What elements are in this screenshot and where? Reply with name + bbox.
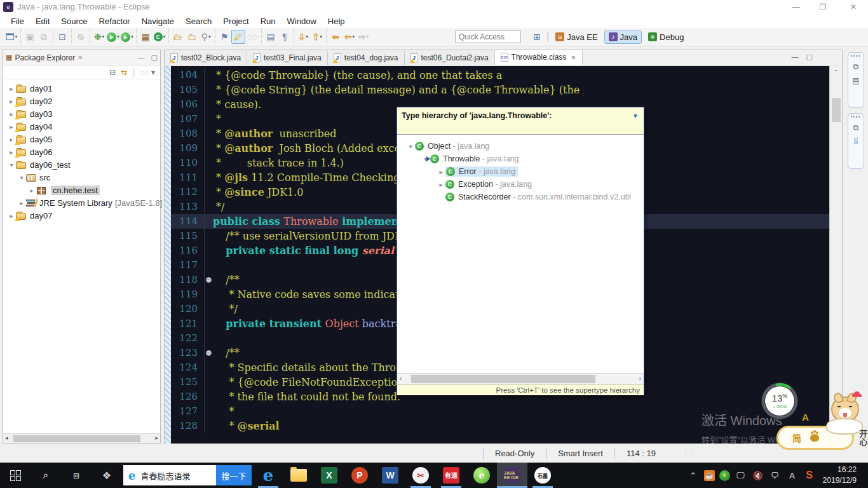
restore-button[interactable]: ❐ <box>812 0 834 14</box>
code-line-127[interactable]: 127 * <box>171 404 831 419</box>
back-button[interactable]: ⇦▾ <box>342 30 356 44</box>
run-button[interactable]: ▶▾ <box>106 30 120 44</box>
edge-taskbar-button[interactable]: e <box>253 463 283 488</box>
run-external-button[interactable]: ▶▾ <box>120 30 134 44</box>
hierarchy-node-object[interactable]: ▾C Object - java.lang <box>397 140 644 152</box>
tab-test06-duotai2-java[interactable]: Jtest06_Duotai2.java <box>405 50 495 65</box>
tab-test03-final-java[interactable]: Jtest03_Final.java <box>247 50 328 65</box>
pinwheel-app-button[interactable]: ❖ <box>92 463 122 488</box>
file-explorer-button[interactable] <box>283 463 314 488</box>
tab-test04-dog-java[interactable]: Jtest04_dog.java <box>328 50 405 65</box>
tab-test02-block-java[interactable]: Jtest02_Block.java <box>165 50 247 65</box>
mark-occurrences-button[interactable]: 🖉 <box>231 30 245 44</box>
toggle-flag-button[interactable]: ⚑ <box>217 30 231 44</box>
powerpoint-button[interactable]: P <box>344 463 375 488</box>
editor-vscrollbar[interactable]: ⌃ <box>829 66 842 444</box>
chevron-down-icon[interactable]: ▾ <box>406 143 415 150</box>
task-list-view-icon[interactable]: ▤ <box>852 76 859 85</box>
tree-item-day01[interactable]: ▸day01 <box>3 82 160 95</box>
menu-project[interactable]: Project <box>217 15 254 27</box>
scroll-right-icon[interactable]: ▸ <box>155 435 158 441</box>
show-whitespace-button[interactable]: ¶ <box>278 30 292 44</box>
editor-scroll-thumb[interactable] <box>832 98 841 122</box>
minimize-button[interactable]: — <box>785 0 807 14</box>
debug-button[interactable]: ❉▾ <box>92 30 106 44</box>
new-java-project-button[interactable]: ▦ <box>139 30 153 44</box>
code-line-104[interactable]: 104 * {@code Throwable} (the cause), and… <box>171 68 831 83</box>
tree-item-day06-test[interactable]: ▾day06_test <box>3 158 160 171</box>
popup-scroll-thumb[interactable] <box>411 375 595 383</box>
chevron-down-icon[interactable]: ▾ <box>17 174 26 181</box>
menu-navigate[interactable]: Navigate <box>136 15 180 27</box>
hierarchy-node-stackrecorder[interactable]: C StackRecorder - com.sun.xml.internal.b… <box>397 191 644 203</box>
package-explorer-title[interactable]: Package Explorer <box>15 53 75 62</box>
taskbar-clock[interactable]: 16:22 2019/12/9 <box>820 464 863 487</box>
chevron-right-icon[interactable]: ▸ <box>437 168 445 175</box>
chevron-right-icon[interactable]: ▸ <box>17 200 26 207</box>
shimo-button[interactable]: 石墨 <box>527 463 558 488</box>
hierarchy-node-exception[interactable]: ▸C Exception - java.lang <box>397 178 644 191</box>
tree-item-day04[interactable]: ▸day04 <box>3 120 160 133</box>
scroll-right-icon[interactable]: › <box>639 375 641 382</box>
outline-view-icon[interactable]: ⠿ <box>853 137 859 146</box>
scroll-left-icon[interactable]: ◂ <box>5 435 8 441</box>
task-view-button[interactable]: ⧈ <box>61 463 92 488</box>
chevron-right-icon[interactable]: ▸ <box>27 187 36 194</box>
chevron-right-icon[interactable]: ▸ <box>7 85 16 92</box>
dock-handle[interactable] <box>851 116 861 118</box>
forward-button[interactable]: ⇨▾ <box>356 30 370 44</box>
menu-run[interactable]: Run <box>255 15 281 27</box>
word-button[interactable]: W <box>375 463 405 488</box>
tree-item-day02[interactable]: ▸day02 <box>3 95 160 107</box>
tab-close-icon[interactable]: ✕ <box>571 54 576 61</box>
start-button[interactable] <box>0 463 31 488</box>
menu-source[interactable]: Source <box>55 15 93 27</box>
code-line-128[interactable]: 128 * @serial <box>171 419 831 433</box>
show-source-button[interactable]: ▤ <box>264 30 278 44</box>
menu-window[interactable]: Window <box>281 15 322 27</box>
ime-indicator[interactable]: A <box>786 471 799 480</box>
sogou-ime-sticker[interactable]: 简 A 开心 <box>776 393 868 461</box>
maximize-view-icon[interactable]: ▢ <box>151 53 158 62</box>
taskbar-search-box[interactable]: e 青春励志语录 搜一下 <box>123 465 252 485</box>
skip-breakpoints-button[interactable]: ⍉ <box>74 30 88 44</box>
excel-button[interactable]: X <box>314 463 344 488</box>
chevron-down-icon[interactable]: ▾ <box>7 161 16 168</box>
sogou-tray-icon[interactable]: S <box>803 470 816 481</box>
perspective-java-ee[interactable]: ⊞Java EE <box>552 31 601 43</box>
tree-item-day06[interactable]: ▸day06 <box>3 146 160 158</box>
tree-item-day05[interactable]: ▸day05 <box>3 133 160 146</box>
fold-marker-icon[interactable] <box>206 350 212 356</box>
fold-marker-icon[interactable] <box>206 277 212 283</box>
minimize-editor-icon[interactable]: — <box>792 53 799 61</box>
chevron-right-icon[interactable]: ▸ <box>437 181 445 188</box>
new-class-button[interactable]: C▾ <box>153 30 166 44</box>
open-perspective-button[interactable]: ⊞ <box>530 30 544 44</box>
perspective-java[interactable]: JJava <box>604 30 642 44</box>
taskbar-search-submit-button[interactable]: 搜一下 <box>216 465 252 485</box>
tree-item-day03[interactable]: ▸day03 <box>3 107 160 120</box>
taskbar-search-button[interactable]: ⌕ <box>31 463 61 488</box>
close-button[interactable]: ✕ <box>843 0 864 14</box>
quick-access-input[interactable] <box>455 30 521 43</box>
tree-item-src[interactable]: ▾src <box>3 171 160 184</box>
package-explorer-close-icon[interactable]: ✕ <box>78 54 83 61</box>
paw-icon[interactable] <box>810 434 819 442</box>
next-annotation-button[interactable]: ⇩▾ <box>296 30 310 44</box>
last-edit-location-button[interactable]: ⬅ <box>329 30 342 44</box>
dock-handle[interactable] <box>851 55 861 57</box>
taskbar-search-text[interactable]: 青春励志语录 <box>140 470 216 482</box>
tree-item-cn-hehe-test[interactable]: ▸cn.hehe.test <box>3 184 160 196</box>
notification-icon[interactable]: 🗩 <box>769 471 782 480</box>
open-folder-button[interactable]: 🗀 <box>185 30 199 44</box>
save-all-button[interactable]: ⧉ <box>37 30 51 44</box>
view-menu-icon[interactable]: ◌◌ ▾ <box>140 68 155 77</box>
popup-hscrollbar[interactable]: ‹ › <box>397 373 644 384</box>
youdao-button[interactable]: 有道 <box>436 463 466 488</box>
save-button[interactable]: ▣ <box>23 30 37 44</box>
link-with-editor-icon[interactable]: ⇆ <box>121 68 127 77</box>
console-button[interactable]: ⊡ <box>55 30 69 44</box>
hierarchy-node-error[interactable]: ▸C Error - java.lang <box>397 165 644 178</box>
menu-edit[interactable]: Edit <box>30 15 55 27</box>
antivirus-tray-icon[interactable]: + <box>719 470 730 481</box>
